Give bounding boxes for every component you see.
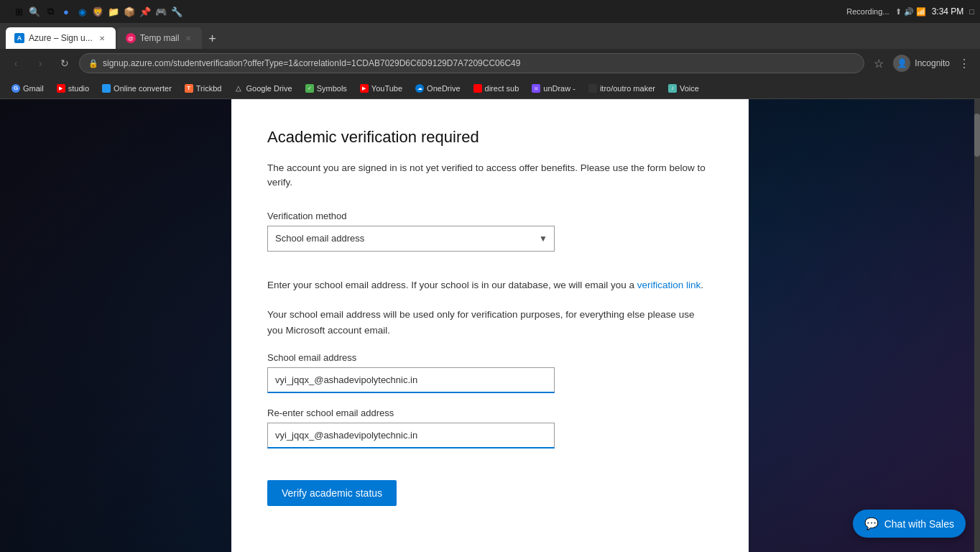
verify-button[interactable]: Verify academic status (267, 480, 397, 506)
bookmark-star-icon[interactable]: ☆ (869, 53, 889, 73)
itro-icon (588, 84, 597, 93)
bookmark-undraw-label: unDraw - (543, 84, 575, 93)
task-view-icon[interactable]: ⧉ (43, 4, 57, 19)
menu-icon[interactable]: ⋮ (954, 53, 974, 73)
app-icon-2[interactable]: 📌 (138, 4, 152, 19)
bookmark-trickbd[interactable]: T Trickbd (179, 80, 228, 96)
search-icon[interactable]: 🔍 (27, 4, 42, 19)
chat-widget-label: Chat with Sales (884, 518, 954, 530)
system-icons: ⬆ 🔊 📶 (895, 7, 926, 17)
verification-method-wrapper: School email address Student ID upload M… (267, 226, 555, 252)
bookmark-gmail-label: Gmail (23, 84, 44, 93)
bookmark-symbols-label: Symbols (317, 84, 347, 93)
folder-icon[interactable]: 📁 (106, 4, 121, 19)
windows-icon[interactable]: ⊞ (11, 4, 26, 19)
tempmail-tab[interactable]: @ Temp mail ✕ (117, 27, 203, 49)
tab-bar: A Azure – Sign u... ✕ @ Temp mail ✕ + (0, 23, 980, 49)
school-email-section: School email address (267, 352, 713, 393)
school-email-input[interactable] (267, 367, 555, 393)
system-tray: Recording... ⬆ 🔊 📶 3:34 PM □ (846, 6, 974, 17)
page-scrollbar[interactable] (974, 99, 980, 552)
verification-method-section: Verification method School email address… (267, 211, 713, 252)
bookmark-voice[interactable]: ♪ Voice (662, 80, 705, 96)
clock: 3:34 PM (932, 6, 964, 17)
url-bar[interactable]: 🔒 signup.azure.com/studentverification?o… (79, 53, 864, 73)
bookmark-converter-label: Online converter (114, 84, 172, 93)
azure-tab-close[interactable]: ✕ (97, 33, 107, 43)
azure-favicon: A (14, 33, 24, 43)
recording-indicator: Recording... (846, 7, 889, 16)
title-bar: ⊞ 🔍 ⧉ ● ◉ 🦁 📁 📦 📌 🎮 🔧 Recording... ⬆ 🔊 📶… (0, 0, 980, 23)
verification-card: Academic verification required The accou… (231, 99, 749, 552)
chrome-icon[interactable]: ● (59, 4, 73, 19)
page-background: Academic verification required The accou… (0, 99, 980, 552)
forward-button[interactable]: › (30, 53, 50, 73)
reload-button[interactable]: ↻ (55, 53, 75, 73)
bookmark-directsub[interactable]: direct sub (468, 80, 525, 96)
incognito-icon: 👤 (893, 55, 910, 72)
youtube-icon: ▶ (360, 84, 369, 93)
lock-icon: 🔒 (88, 59, 98, 68)
back-button[interactable]: ‹ (6, 53, 26, 73)
gdrive-icon: △ (234, 84, 243, 93)
bookmark-directsub-label: direct sub (485, 84, 519, 93)
info-text-1: Enter your school email address. If your… (267, 277, 713, 293)
app-icon-4[interactable]: 🔧 (170, 4, 184, 19)
address-bar: ‹ › ↻ 🔒 signup.azure.com/studentverifica… (0, 49, 980, 78)
edge-icon[interactable]: ◉ (75, 4, 89, 19)
description-text: The account you are signed in is not yet… (267, 161, 713, 190)
bookmarks-bar: G Gmail ▶ studio Online converter T Tric… (0, 78, 980, 99)
bookmark-onedrive-label: OneDrive (427, 84, 460, 93)
taskbar-icons: ⊞ 🔍 ⧉ ● ◉ 🦁 📁 📦 📌 🎮 🔧 (11, 4, 184, 19)
chat-widget[interactable]: 💬 Chat with Sales (853, 510, 966, 538)
bookmark-onedrive[interactable]: ☁ OneDrive (410, 80, 466, 96)
trickbd-icon: T (185, 84, 193, 93)
bookmark-youtube-label: YouTube (371, 84, 402, 93)
info-text-1-content: Enter your school email address. If your… (267, 280, 703, 290)
studio-icon: ▶ (57, 84, 65, 93)
scrollbar-thumb[interactable] (974, 114, 980, 157)
onedrive-icon: ☁ (415, 84, 424, 93)
verification-link[interactable]: verification link (637, 280, 701, 290)
tempmail-tab-close[interactable]: ✕ (183, 33, 193, 43)
bookmark-gdrive[interactable]: △ Google Drive (228, 80, 297, 96)
tempmail-tab-label: Temp mail (140, 33, 180, 43)
incognito-label: Incognito (915, 58, 950, 68)
bookmark-youtube[interactable]: ▶ YouTube (354, 80, 408, 96)
notification-icon[interactable]: □ (969, 7, 974, 16)
spacer-1 (267, 266, 713, 277)
page-title: Academic verification required (267, 128, 713, 147)
directsub-icon (473, 84, 482, 93)
bookmark-studio-label: studio (68, 84, 89, 93)
school-email-label: School email address (267, 352, 713, 363)
verification-method-select[interactable]: School email address Student ID upload M… (267, 226, 555, 252)
bookmark-gmail[interactable]: G Gmail (6, 80, 50, 96)
bookmark-itro-label: itro/outro maker (600, 84, 655, 93)
bookmark-itro[interactable]: itro/outro maker (583, 80, 661, 96)
bookmark-gdrive-label: Google Drive (246, 84, 292, 93)
chat-bubble-icon: 💬 (864, 517, 879, 530)
voice-icon: ♪ (668, 84, 677, 93)
converter-icon (102, 84, 111, 93)
re-enter-email-section: Re-enter school email address (267, 408, 713, 448)
brave-icon[interactable]: 🦁 (91, 4, 105, 19)
info-text-2-content: Your school email address will be used o… (267, 309, 695, 336)
re-enter-email-input[interactable] (267, 423, 555, 448)
verification-method-label: Verification method (267, 211, 713, 221)
re-enter-email-label: Re-enter school email address (267, 408, 713, 418)
info-text-2: Your school email address will be used o… (267, 307, 713, 338)
symbols-icon: ✓ (305, 84, 314, 93)
bookmark-symbols[interactable]: ✓ Symbols (300, 80, 353, 96)
bookmark-trickbd-label: Trickbd (196, 84, 222, 93)
azure-tab[interactable]: A Azure – Sign u... ✕ (6, 27, 116, 49)
bookmark-converter[interactable]: Online converter (96, 80, 177, 96)
app-icon-1[interactable]: 📦 (122, 4, 137, 19)
bookmark-voice-label: Voice (680, 84, 699, 93)
bookmark-undraw[interactable]: u unDraw - (526, 80, 581, 96)
azure-tab-label: Azure – Sign u... (29, 33, 93, 43)
new-tab-button[interactable]: + (202, 29, 222, 49)
app-icon-3[interactable]: 🎮 (154, 4, 168, 19)
bookmark-studio[interactable]: ▶ studio (51, 80, 95, 96)
url-text: signup.azure.com/studentverification?off… (103, 58, 520, 68)
gmail-icon: G (11, 84, 20, 93)
